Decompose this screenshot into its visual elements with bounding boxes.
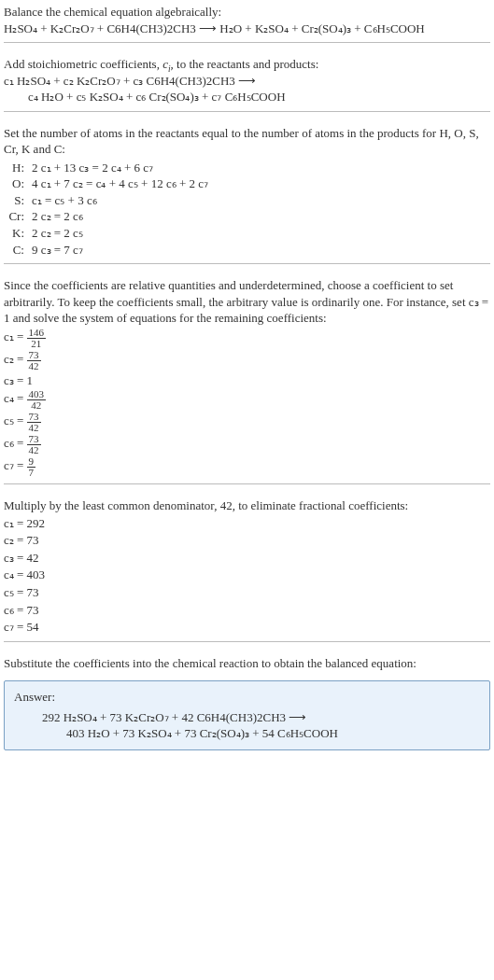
stoich-intro-a: Add stoichiometric coefficients, — [4, 57, 162, 71]
coeff-line: c₄ = 403 — [4, 567, 490, 583]
coeff-lhs: c₆ = — [4, 603, 27, 617]
subst-intro: Substitute the coefficients into the che… — [4, 655, 490, 672]
table-row: S:c₁ = c₅ + 3 c₆ — [4, 192, 214, 209]
coeff-value: 73 — [27, 603, 39, 617]
stoich-line3: c₄ H₂O + c₅ K₂SO₄ + c₆ Cr₂(SO₄)₃ + c₇ C₆… — [28, 89, 490, 105]
coeff-line: c₂ = 73 — [4, 532, 490, 549]
coeff-value: 73 — [27, 585, 39, 599]
fraction-num: 73 — [27, 350, 41, 361]
atom-equation: c₁ = c₅ + 3 c₆ — [32, 192, 214, 209]
table-row: O:4 c₁ + 7 c₂ = c₄ + 4 c₅ + 12 c₆ + 2 c₇ — [4, 175, 214, 192]
fraction: 97 — [27, 456, 36, 478]
atom-symbol: K: — [4, 225, 32, 242]
fraction: 7342 — [27, 350, 41, 371]
table-row: H:2 c₁ + 13 c₃ = 2 c₄ + 6 c₇ — [4, 160, 214, 176]
stoich-intro: Add stoichiometric coefficients, ci, to … — [4, 56, 490, 73]
atom-equation: 9 c₃ = 7 c₇ — [32, 242, 214, 259]
coeff-line: c₁ = 14621 — [4, 328, 490, 349]
coeff-line: c₅ = 7342 — [4, 412, 490, 433]
coeff-line: c₂ = 7342 — [4, 350, 490, 371]
atoms-section: Set the number of atoms in the reactants… — [4, 125, 490, 258]
separator — [4, 42, 490, 43]
coeff-line: c₃ = 1 — [4, 372, 490, 389]
answer-body: 292 H₂SO₄ + 73 K₂Cr₂O₇ + 42 C6H4(CH3)2CH… — [42, 709, 480, 742]
fraction-den: 42 — [27, 423, 41, 433]
intro-equation: H₂SO₄ + K₂Cr₂O₇ + C6H4(CH3)2CH3 ⟶ H₂O + … — [4, 21, 490, 37]
fraction: 7342 — [27, 434, 41, 455]
coeff-lhs: c₁ = — [4, 516, 27, 530]
atom-equation: 2 c₂ = 2 c₅ — [32, 225, 214, 242]
underdetermined-section: Since the coefficients are relative quan… — [4, 277, 490, 478]
coeff-line: c₃ = 42 — [4, 550, 490, 567]
coeff-lhs: c₂ = — [4, 533, 27, 547]
intro-line1: Balance the chemical equation algebraica… — [4, 4, 490, 21]
fraction-den: 7 — [27, 468, 36, 478]
coeff-line: c₇ = 54 — [4, 619, 490, 636]
atom-equation: 2 c₁ + 13 c₃ = 2 c₄ + 6 c₇ — [32, 160, 214, 176]
coeff-lhs: c₁ = — [4, 329, 27, 343]
answer-line1: 292 H₂SO₄ + 73 K₂Cr₂O₇ + 42 C6H4(CH3)2CH… — [42, 709, 480, 726]
atom-symbol: O: — [4, 175, 32, 192]
answer-box: Answer: 292 H₂SO₄ + 73 K₂Cr₂O₇ + 42 C6H4… — [4, 680, 490, 750]
coeff-line: c₆ = 7342 — [4, 434, 490, 455]
coeff-lhs: c₅ = — [4, 585, 27, 599]
under-intro: Since the coefficients are relative quan… — [4, 277, 490, 327]
coeff-lhs: c₄ = — [4, 392, 27, 406]
table-row: Cr:2 c₂ = 2 c₆ — [4, 208, 214, 225]
coeff-lhs: c₃ = — [4, 551, 27, 565]
fraction-den: 42 — [27, 400, 47, 411]
separator — [4, 483, 490, 484]
stoich-section: Add stoichiometric coefficients, ci, to … — [4, 56, 490, 105]
atom-symbol: S: — [4, 192, 32, 209]
table-row: K:2 c₂ = 2 c₅ — [4, 225, 214, 242]
fraction-den: 21 — [27, 339, 47, 349]
coeff-value: 292 — [27, 516, 46, 530]
fraction: 40342 — [27, 389, 47, 411]
coeff-lhs: c₇ = — [4, 459, 27, 473]
mult-intro: Multiply by the least common denominator… — [4, 497, 490, 514]
separator — [4, 263, 490, 264]
stoich-intro-b: , to the reactants and products: — [171, 57, 319, 71]
fraction: 7342 — [27, 412, 41, 433]
under-coeffs: c₁ = 14621c₂ = 7342c₃ = 1c₄ = 40342c₅ = … — [4, 328, 490, 479]
coeff-value: 73 — [27, 533, 39, 547]
atom-table: H:2 c₁ + 13 c₃ = 2 c₄ + 6 c₇ O:4 c₁ + 7 … — [4, 160, 214, 258]
coeff-line: c₁ = 292 — [4, 515, 490, 532]
stoich-ci: ci — [162, 57, 170, 71]
multiply-section: Multiply by the least common denominator… — [4, 497, 490, 635]
coeff-lhs: c₄ = — [4, 567, 27, 581]
coeff-line: c₇ = 97 — [4, 456, 490, 478]
coeff-value: 403 — [27, 567, 46, 581]
table-row: C:9 c₃ = 7 c₇ — [4, 242, 214, 259]
coeff-lhs: c₇ = — [4, 620, 27, 634]
coeff-value: 1 — [27, 373, 34, 387]
atoms-intro: Set the number of atoms in the reactants… — [4, 125, 490, 158]
answer-line2: 403 H₂O + 73 K₂SO₄ + 73 Cr₂(SO₄)₃ + 54 C… — [66, 725, 480, 742]
coeff-value: 54 — [27, 620, 39, 634]
coeff-line: c₆ = 73 — [4, 602, 490, 619]
coeff-lhs: c₃ = — [4, 373, 27, 387]
atom-symbol: C: — [4, 242, 32, 259]
mult-coeffs: c₁ = 292c₂ = 73c₃ = 42c₄ = 403c₅ = 73c₆ … — [4, 515, 490, 636]
atom-equation: 4 c₁ + 7 c₂ = c₄ + 4 c₅ + 12 c₆ + 2 c₇ — [32, 175, 214, 192]
atom-symbol: H: — [4, 160, 32, 176]
answer-title: Answer: — [14, 689, 480, 706]
coeff-lhs: c₂ = — [4, 352, 27, 366]
fraction: 14621 — [27, 328, 47, 349]
coeff-lhs: c₆ = — [4, 437, 27, 451]
separator — [4, 641, 490, 642]
substitute-section: Substitute the coefficients into the che… — [4, 655, 490, 672]
coeff-lhs: c₅ = — [4, 414, 27, 428]
atom-equation: 2 c₂ = 2 c₆ — [32, 208, 214, 225]
fraction-den: 42 — [27, 445, 41, 455]
separator — [4, 111, 490, 112]
atom-symbol: Cr: — [4, 208, 32, 225]
intro-section: Balance the chemical equation algebraica… — [4, 4, 490, 36]
stoich-line2: c₁ H₂SO₄ + c₂ K₂Cr₂O₇ + c₃ C6H4(CH3)2CH3… — [4, 73, 490, 90]
coeff-line: c₄ = 40342 — [4, 389, 490, 411]
fraction-num: 146 — [27, 328, 47, 339]
fraction-den: 42 — [27, 361, 41, 371]
coeff-value: 42 — [27, 551, 39, 565]
coeff-line: c₅ = 73 — [4, 584, 490, 601]
